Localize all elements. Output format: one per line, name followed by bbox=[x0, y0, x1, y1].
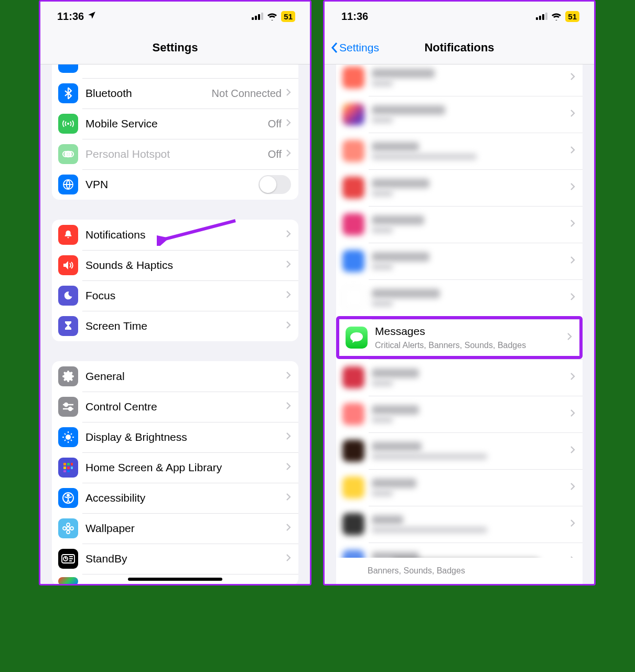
svg-point-36 bbox=[70, 527, 73, 530]
svg-rect-27 bbox=[71, 467, 73, 469]
svg-line-18 bbox=[64, 433, 66, 435]
chevron-right-icon bbox=[570, 409, 575, 419]
app-row-blurred[interactable] bbox=[336, 169, 583, 206]
svg-point-4 bbox=[67, 123, 69, 125]
row-notifications[interactable]: Notifications bbox=[52, 220, 298, 250]
general-group: General Control Centre Display & Brightn… bbox=[52, 361, 298, 584]
svg-rect-1 bbox=[255, 16, 257, 20]
app-row-blurred[interactable] bbox=[336, 506, 583, 543]
chevron-right-icon bbox=[567, 332, 572, 343]
row-home-screen[interactable]: Home Screen & App Library bbox=[52, 452, 298, 483]
home-indicator[interactable] bbox=[128, 578, 222, 581]
antenna-icon bbox=[58, 114, 78, 134]
row-display-brightness[interactable]: Display & Brightness bbox=[52, 422, 298, 452]
moon-icon bbox=[58, 286, 78, 306]
chevron-right-icon bbox=[570, 292, 575, 303]
svg-rect-26 bbox=[67, 467, 70, 469]
chevron-right-icon bbox=[286, 88, 291, 99]
svg-rect-29 bbox=[67, 470, 70, 472]
app-row-blurred[interactable] bbox=[336, 469, 583, 506]
chevron-right-icon bbox=[570, 372, 575, 383]
sun-icon bbox=[58, 427, 78, 447]
svg-rect-28 bbox=[63, 470, 66, 472]
chevron-right-icon bbox=[286, 493, 291, 503]
row-label: Bluetooth bbox=[85, 87, 212, 100]
app-row-subtitle: Critical Alerts, Banners, Sounds, Badges bbox=[375, 341, 563, 350]
flower-icon bbox=[58, 518, 78, 538]
row-screen-time[interactable]: Screen Time bbox=[52, 311, 298, 341]
nav-header: Settings Notifications bbox=[325, 31, 594, 64]
status-bar: 11:36 51 bbox=[325, 2, 594, 31]
app-row-blurred[interactable] bbox=[336, 64, 583, 96]
location-icon bbox=[87, 10, 96, 23]
app-row-blurred[interactable] bbox=[336, 359, 583, 396]
chevron-right-icon bbox=[286, 321, 291, 331]
row-accessibility[interactable]: Accessibility bbox=[52, 483, 298, 513]
svg-rect-46 bbox=[542, 14, 544, 20]
svg-point-31 bbox=[67, 494, 69, 496]
row-personal-hotspot[interactable]: Personal Hotspot Off bbox=[52, 139, 298, 169]
svg-rect-24 bbox=[71, 463, 73, 465]
row-bluetooth[interactable]: Bluetooth Not Connected bbox=[52, 78, 298, 109]
svg-point-32 bbox=[67, 527, 70, 530]
vpn-toggle[interactable] bbox=[259, 175, 291, 194]
app-row-blurred[interactable] bbox=[336, 206, 583, 243]
row-label: Screen Time bbox=[85, 320, 286, 332]
app-list: Messages Critical Alerts, Banners, Sound… bbox=[336, 64, 583, 579]
row-value: Off bbox=[268, 148, 282, 160]
battery-indicator: 51 bbox=[565, 11, 579, 22]
globe-icon bbox=[58, 175, 78, 194]
wifi-icon bbox=[267, 13, 277, 20]
row-mobile-service[interactable]: Mobile Service Off bbox=[52, 109, 298, 139]
bluetooth-icon bbox=[58, 83, 78, 103]
app-row-blurred[interactable] bbox=[336, 243, 583, 279]
chevron-right-icon bbox=[570, 109, 575, 120]
svg-point-34 bbox=[67, 530, 70, 534]
chevron-right-icon bbox=[570, 482, 575, 493]
row-general[interactable]: General bbox=[52, 361, 298, 392]
status-bar: 11:36 51 bbox=[40, 2, 310, 31]
cellular-icon bbox=[536, 13, 547, 20]
row-label: Home Screen & App Library bbox=[85, 461, 286, 474]
chevron-right-icon bbox=[286, 402, 291, 412]
chevron-right-icon bbox=[570, 446, 575, 456]
app-row-blurred[interactable] bbox=[336, 279, 583, 316]
row-label: Personal Hotspot bbox=[85, 148, 268, 160]
hourglass-icon bbox=[58, 316, 78, 336]
app-row-blurred[interactable] bbox=[336, 432, 583, 469]
row-control-centre[interactable]: Control Centre bbox=[52, 392, 298, 422]
row-label: Wallpaper bbox=[85, 522, 286, 535]
battery-indicator: 51 bbox=[281, 11, 295, 22]
svg-rect-3 bbox=[261, 13, 263, 20]
chevron-right-icon bbox=[286, 462, 291, 473]
chevron-right-icon bbox=[286, 260, 291, 270]
app-row-blurred[interactable] bbox=[336, 96, 583, 133]
row-vpn[interactable]: VPN bbox=[52, 169, 298, 200]
chevron-right-icon bbox=[286, 118, 291, 129]
row-label: Display & Brightness bbox=[85, 431, 286, 443]
chevron-right-icon bbox=[286, 290, 291, 301]
row-wallpaper[interactable]: Wallpaper bbox=[52, 513, 298, 544]
back-button[interactable]: Settings bbox=[331, 41, 379, 54]
cellular-icon bbox=[252, 13, 263, 20]
svg-rect-2 bbox=[258, 14, 260, 20]
app-row-blurred[interactable] bbox=[336, 396, 583, 432]
row-sounds-haptics[interactable]: Sounds & Haptics bbox=[52, 250, 298, 280]
row-hidden-top[interactable] bbox=[52, 64, 298, 78]
accessibility-icon bbox=[58, 488, 78, 508]
app-row-blurred[interactable] bbox=[336, 133, 583, 169]
messages-icon bbox=[346, 327, 368, 349]
row-standby[interactable]: StandBy bbox=[52, 544, 298, 574]
status-time: 11:36 bbox=[57, 10, 84, 23]
svg-rect-25 bbox=[63, 467, 66, 469]
grid-icon bbox=[58, 458, 78, 478]
nav-header: Settings bbox=[40, 31, 310, 64]
chevron-right-icon bbox=[286, 371, 291, 382]
chevron-right-icon bbox=[286, 432, 291, 442]
row-label: Notifications bbox=[85, 229, 286, 241]
svg-point-13 bbox=[66, 435, 71, 440]
attention-group: Notifications Sounds & Haptics Focus bbox=[52, 220, 298, 341]
app-row-messages[interactable]: Messages Critical Alerts, Banners, Sound… bbox=[336, 316, 583, 359]
chevron-right-icon bbox=[286, 523, 291, 534]
row-focus[interactable]: Focus bbox=[52, 280, 298, 311]
